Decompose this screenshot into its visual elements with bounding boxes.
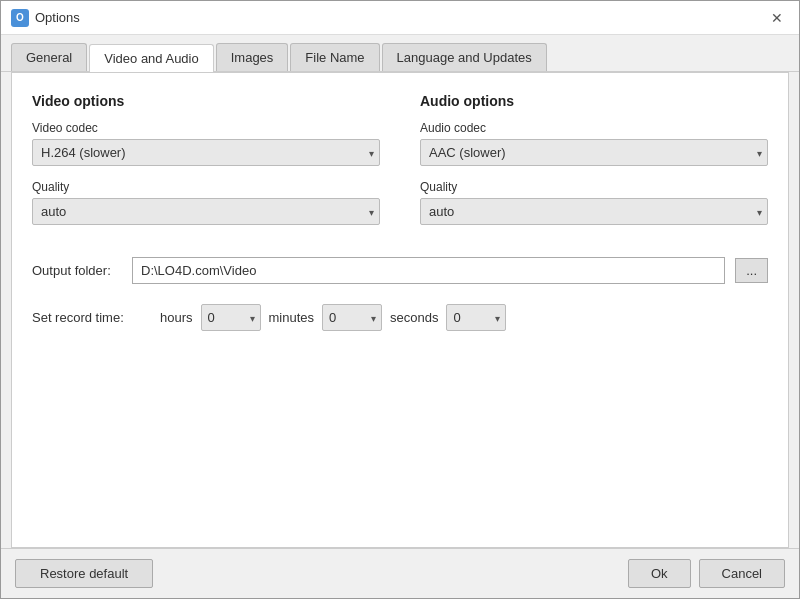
hours-label: hours [160,310,193,325]
hours-wrapper: 0123 ▾ [201,304,261,331]
minutes-wrapper: 05101530 ▾ [322,304,382,331]
video-codec-label: Video codec [32,121,380,135]
video-codec-wrapper: H.264 (slower) H.265 VP8 VP9 ▾ [32,139,380,166]
minutes-select[interactable]: 05101530 [322,304,382,331]
audio-codec-label: Audio codec [420,121,768,135]
output-folder-input[interactable] [132,257,725,284]
action-buttons: Ok Cancel [628,559,785,588]
audio-options-title: Audio options [420,93,768,109]
seconds-label: seconds [390,310,438,325]
record-time-row: Set record time: hours 0123 ▾ minutes 05… [32,304,768,331]
window-title: Options [35,10,80,25]
bottom-bar: Restore default Ok Cancel [1,548,799,598]
cancel-button[interactable]: Cancel [699,559,785,588]
output-folder-row: Output folder: ... [32,257,768,284]
tab-file-name[interactable]: File Name [290,43,379,71]
tab-general[interactable]: General [11,43,87,71]
video-options-column: Video options Video codec H.264 (slower)… [32,93,380,239]
video-quality-wrapper: auto low medium high ▾ [32,198,380,225]
browse-button[interactable]: ... [735,258,768,283]
video-options-title: Video options [32,93,380,109]
hours-select[interactable]: 0123 [201,304,261,331]
audio-codec-wrapper: AAC (slower) MP3 OGG FLAC ▾ [420,139,768,166]
audio-quality-label: Quality [420,180,768,194]
tab-video-audio[interactable]: Video and Audio [89,44,213,72]
close-button[interactable]: ✕ [765,6,789,30]
tab-language-updates[interactable]: Language and Updates [382,43,547,71]
title-bar: O Options ✕ [1,1,799,35]
restore-default-button[interactable]: Restore default [15,559,153,588]
options-grid: Video options Video codec H.264 (slower)… [32,93,768,239]
options-window: O Options ✕ General Video and Audio Imag… [0,0,800,599]
audio-quality-select[interactable]: auto low medium high [420,198,768,225]
tab-images[interactable]: Images [216,43,289,71]
ok-button[interactable]: Ok [628,559,691,588]
audio-codec-select[interactable]: AAC (slower) MP3 OGG FLAC [420,139,768,166]
video-quality-select[interactable]: auto low medium high [32,198,380,225]
output-folder-label: Output folder: [32,263,122,278]
title-bar-left: O Options [11,9,80,27]
seconds-wrapper: 010153045 ▾ [446,304,506,331]
audio-options-column: Audio options Audio codec AAC (slower) M… [420,93,768,239]
content-area: Video options Video codec H.264 (slower)… [11,72,789,548]
audio-quality-wrapper: auto low medium high ▾ [420,198,768,225]
app-icon: O [11,9,29,27]
seconds-select[interactable]: 010153045 [446,304,506,331]
record-time-label: Set record time: [32,310,152,325]
minutes-label: minutes [269,310,315,325]
tab-bar: General Video and Audio Images File Name… [1,35,799,72]
video-codec-select[interactable]: H.264 (slower) H.265 VP8 VP9 [32,139,380,166]
video-quality-label: Quality [32,180,380,194]
